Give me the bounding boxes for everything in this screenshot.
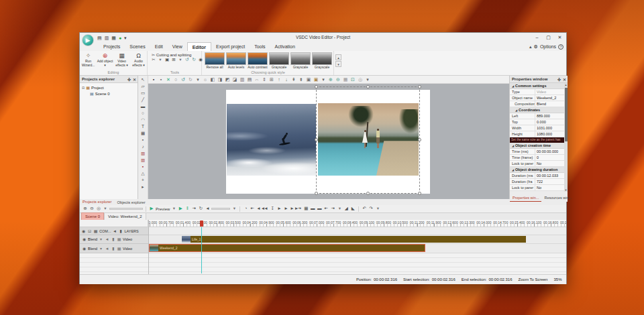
move-up-icon[interactable]: ↑ bbox=[276, 77, 282, 82]
prop-value[interactable]: No bbox=[535, 185, 564, 190]
preview-button[interactable]: Preview bbox=[156, 207, 170, 211]
timeline-zoom-dropdown-icon[interactable]: ▾ bbox=[103, 206, 108, 211]
selection-handle[interactable] bbox=[418, 138, 421, 141]
pin-panel-icon[interactable]: ✜ bbox=[557, 78, 561, 82]
track-bars-icon[interactable]: ▮ bbox=[111, 247, 115, 251]
prop-value[interactable]: Video bbox=[535, 89, 564, 94]
timeline-zoom-out-icon[interactable]: ⊖ bbox=[89, 206, 95, 211]
style-grayscale-2[interactable]: Grayscale bbox=[290, 52, 311, 69]
prop-value[interactable]: 0 bbox=[535, 155, 564, 160]
layers-bar-icon[interactable]: ▮ bbox=[118, 229, 123, 233]
prop-value[interactable]: 889.000 bbox=[535, 113, 564, 119]
style-remove-all[interactable]: Remove all bbox=[205, 52, 225, 69]
preview-canvas[interactable] bbox=[148, 84, 509, 199]
history-timeline-dropdown-icon[interactable]: ▾ bbox=[375, 206, 380, 211]
menu-projects[interactable]: Projects bbox=[99, 42, 125, 51]
prop-section-coordinates[interactable]: ◢Coordinates bbox=[510, 107, 564, 113]
track-1-lane[interactable]: Life_1 bbox=[148, 235, 566, 244]
undo-timeline-icon[interactable]: ↶ bbox=[362, 206, 367, 211]
zoom-fit-icon[interactable]: ⊡ bbox=[350, 77, 356, 82]
clip-life-1[interactable]: Life_1 bbox=[182, 236, 526, 243]
prop-value[interactable]: 1080.000 bbox=[535, 131, 564, 137]
fade-in-icon[interactable]: ◢ bbox=[343, 206, 349, 211]
fit-width-icon[interactable]: ⇔ bbox=[254, 77, 260, 82]
add-object-button[interactable]: ⊕Add object ▾ bbox=[97, 52, 113, 67]
menu-scenes[interactable]: Scenes bbox=[125, 42, 150, 51]
prop-section-common-settings[interactable]: ◢Common settings bbox=[510, 83, 564, 89]
style-grayscale-1[interactable]: Grayscale bbox=[269, 52, 289, 69]
properties-scrollbar[interactable]: ▲ ▼ bbox=[564, 83, 568, 192]
row-compact-icon[interactable]: ▬ bbox=[310, 206, 315, 211]
counter-tool-icon[interactable]: ▪ bbox=[140, 137, 147, 143]
menu-edit[interactable]: Edit bbox=[150, 42, 168, 51]
track-bars-icon[interactable]: ▮ bbox=[111, 237, 115, 241]
fast-backward-icon[interactable]: ◄◄ bbox=[256, 206, 262, 211]
center-h-icon[interactable]: ▥ bbox=[239, 77, 246, 82]
prop-section-object-drawing-duration[interactable]: ◢Object drawing duration bbox=[510, 167, 564, 173]
zoom-dropdown-icon[interactable]: ▾ bbox=[364, 77, 371, 82]
sel-end-icon[interactable]: ⇥ bbox=[330, 206, 335, 211]
stretch-icon[interactable]: ⊞ bbox=[268, 77, 275, 82]
zoom-region-icon[interactable]: ▦ bbox=[342, 77, 349, 82]
prop-value[interactable]: 722 bbox=[535, 179, 564, 184]
preview-dropdown-icon[interactable]: ▾ bbox=[171, 206, 176, 211]
menu-editor[interactable]: Editor bbox=[187, 42, 211, 51]
selection-handle[interactable] bbox=[315, 138, 318, 141]
track-visible-icon[interactable]: ◉ bbox=[82, 247, 87, 251]
drop-marker-icon[interactable]: ↧ bbox=[270, 206, 275, 211]
tree-item-project[interactable]: ⊟▦Project bbox=[80, 84, 138, 90]
sel-start-icon[interactable]: ⇤ bbox=[323, 206, 329, 211]
close-button[interactable]: ✕ bbox=[554, 33, 566, 42]
go-end-icon[interactable]: ⇥ bbox=[297, 206, 302, 211]
options-label[interactable]: Options bbox=[540, 44, 556, 49]
scene-canvas[interactable] bbox=[226, 90, 430, 194]
frame-view-icon[interactable]: ▦ bbox=[303, 206, 309, 211]
sel-dropdown-icon[interactable]: ▾ bbox=[337, 206, 342, 211]
align-top-icon[interactable]: ◩ bbox=[224, 77, 231, 82]
fade-out-icon[interactable]: ◣ bbox=[350, 206, 356, 211]
prop-value[interactable]: 00:00:00.000 bbox=[535, 149, 564, 154]
selection-box[interactable] bbox=[316, 86, 420, 194]
tree-expander-icon[interactable]: ⊟ bbox=[82, 86, 85, 90]
preview-play-icon[interactable]: ▶ bbox=[149, 206, 154, 211]
motion-tool-icon[interactable]: △ bbox=[140, 171, 147, 176]
more-tools-icon[interactable]: ▸ bbox=[140, 184, 147, 190]
scrollbar-thumb[interactable] bbox=[565, 88, 568, 141]
blend-mode-select[interactable]: Blend bbox=[88, 237, 97, 241]
rect-tool-icon[interactable]: ▬ bbox=[140, 104, 147, 109]
go-start-icon[interactable]: ⇤ bbox=[250, 206, 255, 211]
bg-color-icon[interactable]: ▪ bbox=[150, 77, 157, 82]
quick-style-scroll-down-icon[interactable]: ▾ bbox=[335, 61, 341, 67]
same-size-as-parent-button[interactable]: Set the same size as the parent has bbox=[510, 137, 564, 143]
align-left-icon[interactable]: ◧ bbox=[209, 77, 216, 82]
timeline-ruler[interactable]: 00:00.00000:00.70000:01.40000:02.10000:0… bbox=[80, 220, 566, 227]
move-top-icon[interactable]: ⇞ bbox=[290, 77, 297, 82]
rotate-cw-icon[interactable]: ↻ bbox=[191, 58, 197, 62]
menu-tools[interactable]: Tools bbox=[250, 42, 270, 51]
align-bottom-icon[interactable]: ◪ bbox=[231, 77, 238, 82]
chart2-tool-icon[interactable]: ▥ bbox=[140, 158, 147, 163]
play-timeline-icon[interactable]: ► bbox=[276, 206, 282, 211]
prop-value[interactable]: No bbox=[535, 161, 564, 166]
prop-section-object-creation-time[interactable]: ◢Object creation time bbox=[510, 143, 564, 149]
crop-icon[interactable]: ⊞ bbox=[171, 58, 176, 62]
zoom-mode-label[interactable]: Zoom To Screen bbox=[519, 275, 548, 284]
scroll-up-icon[interactable]: ▲ bbox=[564, 83, 568, 86]
quick-style-scroll-up-icon[interactable]: ▴ bbox=[335, 54, 341, 60]
effects-icon[interactable]: ☼ bbox=[202, 77, 209, 82]
loop-icon[interactable]: ↻ bbox=[198, 206, 203, 211]
selection-handle[interactable] bbox=[366, 192, 370, 195]
track-grid-icon[interactable]: ▦ bbox=[117, 237, 121, 241]
delete-object-icon[interactable]: ✕ bbox=[165, 77, 172, 82]
layers-visible-icon[interactable]: ◉ bbox=[81, 229, 86, 233]
blend-dropdown-icon[interactable]: ▾ bbox=[99, 247, 103, 251]
prop-value[interactable]: 0.000 bbox=[535, 119, 564, 125]
zoom-out-tool-icon[interactable]: ⊖ bbox=[335, 77, 341, 82]
close-panel-icon[interactable]: ✕ bbox=[133, 78, 136, 82]
crop-dropdown-icon[interactable]: ▾ bbox=[178, 58, 183, 62]
step-forward-icon[interactable]: ► bbox=[283, 206, 288, 211]
paste-dropdown-icon[interactable]: ▾ bbox=[320, 77, 327, 82]
layers-audio-icon[interactable]: ◄ bbox=[112, 229, 117, 233]
audio-effects-button[interactable]: ΩAudio effects ▾ bbox=[131, 52, 147, 67]
clock-icon[interactable]: ◔ bbox=[243, 206, 248, 211]
